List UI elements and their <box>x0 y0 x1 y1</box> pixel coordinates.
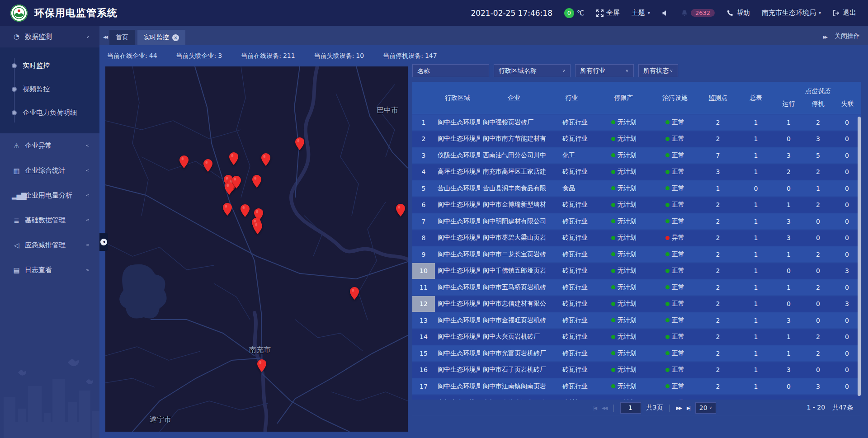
map-marker-pin[interactable] <box>261 153 270 166</box>
status-filter-select[interactable]: 所有状态 ∨ <box>638 64 678 77</box>
map-marker-pin[interactable] <box>203 159 212 172</box>
cell-lost: 0 <box>833 135 861 142</box>
sidebar-item[interactable]: ⚠ 企业异常 < <box>0 133 99 158</box>
last-page-icon[interactable]: ▶| <box>687 405 690 410</box>
page-number-input[interactable]: 1 <box>620 402 641 414</box>
region-filter-select[interactable]: 行政区域名称 ∨ <box>494 64 571 77</box>
cell-lost: 0 <box>833 333 861 340</box>
table-row[interactable]: 5 营山生态环境局 营山县润丰肉食品有限 食品 无计划 正常 1 0 0 1 0 <box>412 180 861 197</box>
sidebar-items: ⚠ 企业异常 < ▦ 企业综合统计 < ▂▅▇ 企业用电量分析 < ≣ 基础数据… <box>0 133 99 283</box>
table-scrollbar[interactable] <box>858 117 861 396</box>
cell-meters: 0 <box>738 185 774 192</box>
sidebar-collapse-handle[interactable]: ◀ <box>99 233 108 251</box>
col-meters: 总表 <box>738 82 774 114</box>
map-marker-pin[interactable] <box>179 155 189 168</box>
first-page-icon[interactable]: |◀ <box>593 405 596 410</box>
help-button[interactable]: 帮助 <box>726 9 750 17</box>
map-marker-pin[interactable] <box>253 221 262 234</box>
cell-meters: 1 <box>738 333 774 340</box>
mute-button[interactable] <box>662 9 669 17</box>
col-industry: 行业 <box>548 82 595 114</box>
tabs-scroll-right-icon[interactable]: ▶▶ <box>823 35 826 39</box>
sidebar-subitem[interactable]: 企业电力负荷明细 <box>0 101 99 124</box>
table-row[interactable]: 15 阆中生态环境局 阆中市光富页岩机砖厂 砖瓦行业 无计划 正常 2 1 1 … <box>412 345 861 362</box>
next-page-icon[interactable]: ▶▶ <box>676 405 681 410</box>
table-row[interactable]: 3 仪陇生态环境局 西南油气田分公司川中 化工 无计划 正常 7 1 3 5 0 <box>412 147 861 164</box>
table-row[interactable]: 11 阆中生态环境局 阆中市五马桥页岩机砖 砖瓦行业 无计划 正常 2 1 1 … <box>412 279 861 296</box>
map-marker-pin[interactable] <box>225 182 234 195</box>
cell-district: 阆中生态环境局 <box>435 349 480 358</box>
cell-industry: 砖瓦行业 <box>548 250 595 259</box>
page-size-select[interactable]: 20 ∨ <box>695 402 716 414</box>
table-row[interactable]: 18 南部生态环境局 南部县砌体水泥有限公 建材加工 无计划 正常 1 0 0 … <box>412 395 861 400</box>
table-row[interactable]: 1 阆中生态环境局 阆中强锐页岩砖厂 砖瓦行业 无计划 正常 2 1 1 2 0 <box>412 114 861 131</box>
cell-points: 2 <box>698 383 738 390</box>
cell-industry: 砖瓦行业 <box>548 382 595 391</box>
tab-realtime-monitoring[interactable]: 实时监控 × <box>137 30 185 45</box>
sidebar-item-data-monitoring[interactable]: ◔ 数据监测 ∨ <box>0 26 99 47</box>
prev-page-icon[interactable]: ◀◀ <box>602 405 607 410</box>
sidebar-item[interactable]: ▂▅▇ 企业用电量分析 < <box>0 183 99 208</box>
stat-value: 44 <box>149 52 157 59</box>
table-row[interactable]: 2 阆中生态环境局 阆中市南方节能建材有 砖瓦行业 无计划 正常 2 1 0 3… <box>412 131 861 147</box>
map-marker-pin[interactable] <box>350 287 359 300</box>
status-dot-icon <box>665 186 670 190</box>
row-index: 17 <box>412 378 435 395</box>
map-marker-pin[interactable] <box>229 152 238 165</box>
chevron-down-icon: ∨ <box>625 69 629 73</box>
map-marker-pin[interactable] <box>252 175 261 188</box>
cell-stopped: 0 <box>803 234 833 241</box>
map-marker-pin[interactable] <box>295 137 304 150</box>
sidebar-item[interactable]: ≣ 基础数据管理 < <box>0 208 99 233</box>
map-city-label: 南充市 <box>249 345 271 355</box>
name-filter-input[interactable] <box>417 67 484 75</box>
tab-home[interactable]: 首页 <box>109 30 135 45</box>
cell-industry: 化工 <box>548 151 595 160</box>
sidebar-item-icon: ≣ <box>12 217 21 225</box>
status-dot-icon <box>665 236 670 240</box>
table-row[interactable]: 13 阆中生态环境局 阆中市金福旺页岩机砖 砖瓦行业 无计划 正常 2 1 3 … <box>412 312 861 329</box>
cell-lost: 0 <box>833 119 861 126</box>
map-marker-pin[interactable] <box>257 359 266 372</box>
cell-stop-status: 无计划 <box>595 366 652 374</box>
table-row[interactable]: 10 阆中生态环境局 阆中千佛镇五郎垭页岩 砖瓦行业 无计划 正常 2 1 0 … <box>412 263 861 279</box>
cell-district: 阆中生态环境局 <box>435 201 480 209</box>
table-row[interactable]: 9 阆中生态环境局 阆中市二龙长宝页岩砖 砖瓦行业 无计划 正常 2 1 1 2… <box>412 246 861 263</box>
tabs-scroll-left-icon[interactable]: ◀◀ <box>103 35 107 39</box>
logout-button[interactable]: 退出 <box>833 9 856 17</box>
cell-stopped: 2 <box>803 350 833 357</box>
industry-filter-select[interactable]: 所有行业 ∨ <box>575 64 634 77</box>
sidebar-subitem[interactable]: 视频监控 <box>0 77 99 101</box>
table-row[interactable]: 12 阆中生态环境局 阆中市忠信建材有限公 砖瓦行业 无计划 正常 2 1 0 … <box>412 296 861 312</box>
table-row[interactable]: 17 阆中生态环境局 阆中市江南镇阆南页岩 砖瓦行业 无计划 正常 2 1 0 … <box>412 378 861 395</box>
table-row[interactable]: 4 高坪生态环境局 南充市高坪区王家店建 砖瓦行业 无计划 正常 3 1 2 2… <box>412 164 861 180</box>
stop-status-text: 无计划 <box>618 151 637 160</box>
sidebar-subitem[interactable]: 实时监控 <box>0 54 99 77</box>
cell-industry: 砖瓦行业 <box>548 349 595 358</box>
fullscreen-button[interactable]: 全屏 <box>596 9 620 17</box>
map-marker-pin[interactable] <box>241 204 250 217</box>
table-row[interactable]: 16 阆中生态环境局 阆中市石子页岩机砖厂 砖瓦行业 无计划 正常 2 1 3 … <box>412 362 861 378</box>
close-icon[interactable]: × <box>172 34 179 41</box>
cell-facility-status: 正常 <box>652 316 698 325</box>
table-row[interactable]: 6 阆中生态环境局 阆中市金博瑞新型墙材 砖瓦行业 无计划 正常 2 1 1 2… <box>412 197 861 213</box>
table-row[interactable]: 7 阆中生态环境局 阆中明阳建材有限公司 砖瓦行业 无计划 正常 2 1 3 0… <box>412 213 861 230</box>
cell-stop-status: 无计划 <box>595 333 652 341</box>
notifications-button[interactable]: 2632 <box>681 9 715 17</box>
cell-company: 阆中千佛镇五郎垭页岩 <box>480 267 548 275</box>
map-marker-pin[interactable] <box>223 203 232 216</box>
table-row[interactable]: 14 阆中生态环境局 阆中大兴页岩机砖厂 砖瓦行业 无计划 正常 2 1 1 2… <box>412 329 861 345</box>
org-dropdown[interactable]: 南充市生态环境局 ▾ <box>762 9 821 17</box>
status-dot-icon <box>665 170 670 174</box>
sidebar-item[interactable]: ◁ 应急减排管理 < <box>0 233 99 258</box>
table-row[interactable]: 8 阆中生态环境局 阆中市枣碧大梁山页岩 砖瓦行业 无计划 异常 2 1 3 0… <box>412 230 861 246</box>
cell-run: 1 <box>774 350 803 357</box>
sidebar-item[interactable]: ▦ 企业综合统计 < <box>0 158 99 183</box>
map-canvas[interactable]: 巴中市 南充市 遂宁市 <box>105 66 408 432</box>
theme-dropdown[interactable]: 主题 ▾ <box>632 9 650 17</box>
sidebar-item[interactable]: ▤ 日志查看 < <box>0 258 99 283</box>
close-operations-button[interactable]: 关闭操作 <box>835 32 860 40</box>
map-marker-pin[interactable] <box>396 204 405 217</box>
stat-value: 10 <box>356 52 364 59</box>
facility-status-text: 正常 <box>672 366 684 374</box>
